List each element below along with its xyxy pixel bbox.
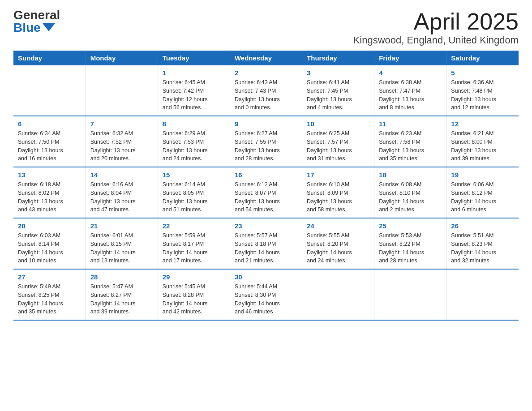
day-number: 22 [163, 222, 225, 230]
calendar-cell [86, 65, 158, 116]
header-sunday: Sunday [13, 51, 86, 65]
logo-blue-text: Blue [13, 21, 55, 34]
calendar-cell: 5Sunrise: 6:36 AM Sunset: 7:48 PM Daylig… [446, 65, 519, 116]
calendar-cell: 9Sunrise: 6:27 AM Sunset: 7:55 PM Daylig… [230, 116, 302, 167]
calendar-cell: 27Sunrise: 5:49 AM Sunset: 8:25 PM Dayli… [13, 269, 86, 320]
header-wednesday: Wednesday [230, 51, 302, 65]
day-number: 26 [451, 222, 514, 230]
header-monday: Monday [86, 51, 158, 65]
day-info: Sunrise: 6:18 AM Sunset: 8:02 PM Dayligh… [18, 180, 81, 214]
calendar-cell [374, 269, 446, 320]
day-info: Sunrise: 6:16 AM Sunset: 8:04 PM Dayligh… [90, 180, 153, 214]
day-info: Sunrise: 6:45 AM Sunset: 7:42 PM Dayligh… [163, 78, 225, 112]
calendar-cell: 17Sunrise: 6:10 AM Sunset: 8:09 PM Dayli… [302, 167, 374, 218]
logo-triangle-icon [43, 23, 55, 31]
calendar-cell [302, 269, 374, 320]
calendar-cell: 11Sunrise: 6:23 AM Sunset: 7:58 PM Dayli… [374, 116, 446, 167]
day-info: Sunrise: 6:43 AM Sunset: 7:43 PM Dayligh… [235, 78, 297, 112]
day-info: Sunrise: 5:59 AM Sunset: 8:17 PM Dayligh… [163, 231, 225, 265]
day-info: Sunrise: 6:01 AM Sunset: 8:15 PM Dayligh… [90, 231, 153, 265]
calendar-cell: 7Sunrise: 6:32 AM Sunset: 7:52 PM Daylig… [86, 116, 158, 167]
day-number: 4 [379, 69, 442, 77]
day-number: 19 [451, 171, 514, 179]
calendar-cell: 2Sunrise: 6:43 AM Sunset: 7:43 PM Daylig… [230, 65, 302, 116]
logo-general-text: General [13, 9, 60, 21]
day-info: Sunrise: 6:03 AM Sunset: 8:14 PM Dayligh… [18, 231, 81, 265]
day-number: 21 [90, 222, 153, 230]
calendar-cell: 3Sunrise: 6:41 AM Sunset: 7:45 PM Daylig… [302, 65, 374, 116]
day-info: Sunrise: 6:38 AM Sunset: 7:47 PM Dayligh… [379, 78, 442, 112]
header-friday: Friday [374, 51, 446, 65]
day-number: 6 [18, 120, 81, 128]
page-subtitle: Kingswood, England, United Kingdom [353, 34, 519, 46]
calendar-cell: 29Sunrise: 5:45 AM Sunset: 8:28 PM Dayli… [158, 269, 230, 320]
day-number: 25 [379, 222, 442, 230]
day-number: 24 [307, 222, 369, 230]
day-number: 13 [18, 171, 81, 179]
header-thursday: Thursday [302, 51, 374, 65]
calendar-week-row: 13Sunrise: 6:18 AM Sunset: 8:02 PM Dayli… [13, 167, 519, 218]
day-info: Sunrise: 5:47 AM Sunset: 8:27 PM Dayligh… [90, 283, 153, 316]
day-number: 29 [163, 273, 225, 281]
day-info: Sunrise: 6:25 AM Sunset: 7:57 PM Dayligh… [307, 129, 369, 163]
day-info: Sunrise: 5:55 AM Sunset: 8:20 PM Dayligh… [307, 231, 369, 265]
calendar-cell: 30Sunrise: 5:44 AM Sunset: 8:30 PM Dayli… [230, 269, 302, 320]
day-info: Sunrise: 6:41 AM Sunset: 7:45 PM Dayligh… [307, 78, 369, 112]
page-title: April 2025 [353, 9, 519, 34]
calendar-cell: 14Sunrise: 6:16 AM Sunset: 8:04 PM Dayli… [86, 167, 158, 218]
calendar-week-row: 27Sunrise: 5:49 AM Sunset: 8:25 PM Dayli… [13, 269, 519, 320]
day-info: Sunrise: 5:53 AM Sunset: 8:22 PM Dayligh… [379, 231, 442, 265]
calendar-cell: 21Sunrise: 6:01 AM Sunset: 8:15 PM Dayli… [86, 218, 158, 269]
day-info: Sunrise: 6:29 AM Sunset: 7:53 PM Dayligh… [163, 129, 225, 163]
day-info: Sunrise: 6:06 AM Sunset: 8:12 PM Dayligh… [451, 180, 514, 214]
day-info: Sunrise: 6:32 AM Sunset: 7:52 PM Dayligh… [90, 129, 153, 163]
day-info: Sunrise: 6:34 AM Sunset: 7:50 PM Dayligh… [18, 129, 81, 163]
calendar-cell: 19Sunrise: 6:06 AM Sunset: 8:12 PM Dayli… [446, 167, 519, 218]
day-number: 12 [451, 120, 514, 128]
day-number: 5 [451, 69, 514, 77]
title-area: April 2025 Kingswood, England, United Ki… [353, 9, 519, 46]
day-number: 27 [18, 273, 81, 281]
day-number: 10 [307, 120, 369, 128]
calendar-cell [13, 65, 86, 116]
calendar-week-row: 20Sunrise: 6:03 AM Sunset: 8:14 PM Dayli… [13, 218, 519, 269]
header-saturday: Saturday [446, 51, 519, 65]
day-info: Sunrise: 6:27 AM Sunset: 7:55 PM Dayligh… [235, 129, 297, 163]
calendar-cell [446, 269, 519, 320]
calendar-cell: 26Sunrise: 5:51 AM Sunset: 8:23 PM Dayli… [446, 218, 519, 269]
day-info: Sunrise: 6:36 AM Sunset: 7:48 PM Dayligh… [451, 78, 514, 112]
day-info: Sunrise: 5:44 AM Sunset: 8:30 PM Dayligh… [235, 283, 297, 316]
day-info: Sunrise: 6:12 AM Sunset: 8:07 PM Dayligh… [235, 180, 297, 214]
calendar-cell: 8Sunrise: 6:29 AM Sunset: 7:53 PM Daylig… [158, 116, 230, 167]
page-header: General Blue April 2025 Kingswood, Engla… [13, 9, 519, 46]
calendar-week-row: 6Sunrise: 6:34 AM Sunset: 7:50 PM Daylig… [13, 116, 519, 167]
calendar-cell: 23Sunrise: 5:57 AM Sunset: 8:18 PM Dayli… [230, 218, 302, 269]
calendar-cell: 6Sunrise: 6:34 AM Sunset: 7:50 PM Daylig… [13, 116, 86, 167]
day-number: 18 [379, 171, 442, 179]
day-info: Sunrise: 6:21 AM Sunset: 8:00 PM Dayligh… [451, 129, 514, 163]
day-info: Sunrise: 5:49 AM Sunset: 8:25 PM Dayligh… [18, 283, 81, 316]
calendar-cell: 10Sunrise: 6:25 AM Sunset: 7:57 PM Dayli… [302, 116, 374, 167]
calendar-cell: 1Sunrise: 6:45 AM Sunset: 7:42 PM Daylig… [158, 65, 230, 116]
calendar-cell: 13Sunrise: 6:18 AM Sunset: 8:02 PM Dayli… [13, 167, 86, 218]
header-tuesday: Tuesday [158, 51, 230, 65]
calendar-cell: 22Sunrise: 5:59 AM Sunset: 8:17 PM Dayli… [158, 218, 230, 269]
calendar-cell: 20Sunrise: 6:03 AM Sunset: 8:14 PM Dayli… [13, 218, 86, 269]
day-number: 3 [307, 69, 369, 77]
calendar-cell: 12Sunrise: 6:21 AM Sunset: 8:00 PM Dayli… [446, 116, 519, 167]
day-number: 9 [235, 120, 297, 128]
calendar-cell: 25Sunrise: 5:53 AM Sunset: 8:22 PM Dayli… [374, 218, 446, 269]
day-number: 14 [90, 171, 153, 179]
calendar-week-row: 1Sunrise: 6:45 AM Sunset: 7:42 PM Daylig… [13, 65, 519, 116]
day-number: 15 [163, 171, 225, 179]
day-info: Sunrise: 5:57 AM Sunset: 8:18 PM Dayligh… [235, 231, 297, 265]
logo: General Blue [13, 9, 60, 34]
day-info: Sunrise: 5:51 AM Sunset: 8:23 PM Dayligh… [451, 231, 514, 265]
day-info: Sunrise: 5:45 AM Sunset: 8:28 PM Dayligh… [163, 283, 225, 316]
day-number: 28 [90, 273, 153, 281]
day-number: 2 [235, 69, 297, 77]
calendar-header: Sunday Monday Tuesday Wednesday Thursday… [13, 51, 519, 65]
day-number: 11 [379, 120, 442, 128]
day-info: Sunrise: 6:14 AM Sunset: 8:05 PM Dayligh… [163, 180, 225, 214]
day-number: 7 [90, 120, 153, 128]
